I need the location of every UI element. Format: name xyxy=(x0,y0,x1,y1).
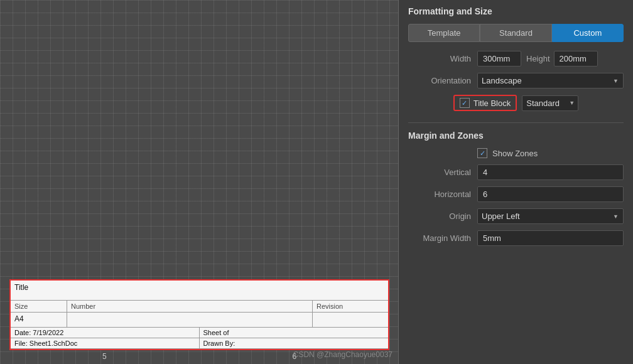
title-size-row: A4 xyxy=(11,313,388,328)
size-value: A4 xyxy=(11,313,67,327)
title-block: Title Size Number Revision A4 Date: 7/19… xyxy=(9,279,389,350)
section2-title: Margin and Zones xyxy=(408,131,624,141)
drawn-by-cell: Drawn By: xyxy=(200,338,389,349)
number-header: Number xyxy=(67,301,313,312)
origin-row: Origin Upper Left Upper Right Lower Left… xyxy=(408,208,624,224)
orientation-label: Orientation xyxy=(408,76,471,85)
title-text: Title xyxy=(14,283,28,292)
title-block-checkbox[interactable]: ✓ xyxy=(460,98,470,108)
orientation-select[interactable]: Landscape Portrait xyxy=(477,73,624,88)
vertical-row: Vertical 4 xyxy=(408,164,624,180)
margin-width-label: Margin Width xyxy=(408,233,471,243)
number-value xyxy=(67,313,313,327)
revision-header: Revision xyxy=(313,301,388,312)
origin-select-wrapper: Upper Left Upper Right Lower Left Lower … xyxy=(477,208,624,224)
margin-width-row: Margin Width 5mm xyxy=(408,230,624,246)
title-bottom-rows: Date: 7/19/2022 Sheet of xyxy=(11,328,388,338)
horizontal-label: Horizontal xyxy=(408,190,471,199)
vertical-label: Vertical xyxy=(408,168,471,177)
show-zones-label: Show Zones xyxy=(492,149,538,158)
title-block-label: Title Block xyxy=(473,99,511,108)
title-row: Title xyxy=(11,281,388,301)
height-label: Height xyxy=(526,54,550,63)
tab-custom[interactable]: Custom xyxy=(552,24,624,42)
canvas-border-right xyxy=(398,0,399,364)
orientation-select-wrapper: Landscape Portrait xyxy=(477,73,624,88)
zone-5: 5 xyxy=(102,352,107,361)
watermark: CSDN @ZhangChaoyue0037 xyxy=(293,350,392,359)
show-zones-row: ✓ Show Zones xyxy=(477,148,624,158)
vertical-value[interactable]: 4 xyxy=(477,164,624,180)
origin-select[interactable]: Upper Left Upper Right Lower Left Lower … xyxy=(477,208,624,224)
file-cell: File: Sheet1.SchDoc xyxy=(11,338,200,349)
sheet-cell: Sheet of xyxy=(200,328,389,338)
title-block-box: ✓ Title Block xyxy=(453,95,517,111)
title-block-style-wrapper: Standard xyxy=(522,95,578,111)
height-value[interactable]: 200mm xyxy=(554,51,598,67)
tab-standard[interactable]: Standard xyxy=(480,24,551,42)
width-height-row: Width 300mm Height 200mm xyxy=(408,51,624,67)
width-value[interactable]: 300mm xyxy=(477,51,521,67)
show-zones-checkbox[interactable]: ✓ xyxy=(477,148,487,158)
revision-value xyxy=(313,313,388,327)
panel-title: Formatting and Size xyxy=(408,6,624,16)
title-block-row: ✓ Title Block Standard xyxy=(408,95,624,111)
date-cell: Date: 7/19/2022 xyxy=(11,328,200,338)
right-panel: Formatting and Size Template Standard Cu… xyxy=(399,0,633,364)
size-header: Size xyxy=(11,301,67,312)
horizontal-value[interactable]: 6 xyxy=(477,186,624,202)
section-divider xyxy=(408,122,624,123)
origin-label: Origin xyxy=(408,211,471,221)
title-file-row: File: Sheet1.SchDoc Drawn By: xyxy=(11,338,388,349)
horizontal-row: Horizontal 6 xyxy=(408,186,624,202)
width-label: Width xyxy=(408,54,471,63)
tab-bar: Template Standard Custom xyxy=(408,24,624,42)
tab-template[interactable]: Template xyxy=(408,24,480,42)
orientation-row: Orientation Landscape Portrait xyxy=(408,73,624,88)
canvas-area: Title Size Number Revision A4 Date: 7/19… xyxy=(0,0,399,364)
margin-width-value[interactable]: 5mm xyxy=(477,230,624,246)
title-block-style-select[interactable]: Standard xyxy=(522,95,578,111)
title-info-header: Size Number Revision xyxy=(11,301,388,313)
